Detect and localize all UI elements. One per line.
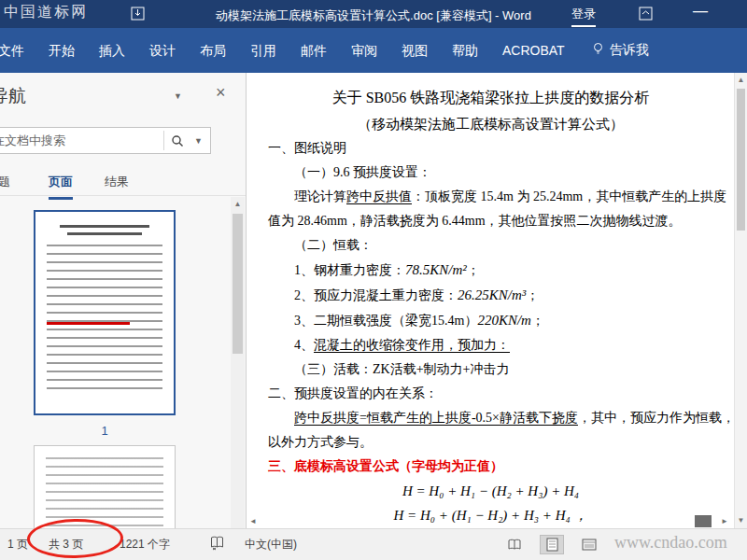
word-window: 动模架法施工底模标高设置计算公式.doc [兼容模式] - Word 登录 — … xyxy=(0,0,747,560)
page-1-thumbnail[interactable] xyxy=(34,210,176,415)
doc-title-line-1: 关于 SB056 铁路现浇箱梁张拉上拱度的数据分析 xyxy=(268,84,713,112)
scrollbar-thumb[interactable] xyxy=(695,515,712,527)
doc-math: 26.25KN/m³ xyxy=(458,287,526,302)
print-layout-icon[interactable] xyxy=(540,535,564,554)
ribbon-display-options-icon[interactable] xyxy=(639,7,653,24)
doc-section-1-1: （一）9.6 预拱度设置： xyxy=(268,161,713,185)
scroll-left-icon[interactable]: ◄ xyxy=(249,517,257,525)
tab-view[interactable]: 视图 xyxy=(389,28,440,73)
title-bar: 动模架法施工底模标高设置计算公式.doc [兼容模式] - Word 登录 — xyxy=(0,0,747,28)
tab-file[interactable]: 文件 xyxy=(0,28,36,73)
thumbnail-text-lines xyxy=(46,457,163,528)
doc-section-1: 一、图纸说明 xyxy=(268,136,713,161)
search-box: ▼ xyxy=(0,127,211,154)
nav-tab-pages[interactable]: 页面 xyxy=(49,174,73,200)
doc-underlined-text: 混凝土的收缩徐变作用，预加力： xyxy=(314,338,510,352)
doc-list-item-2: 2、预应力混凝土重力密度：26.25KN/m³； xyxy=(268,283,713,308)
doc-math: 78.5KN/m² xyxy=(405,262,467,277)
thumbnail-red-line xyxy=(47,322,130,325)
ribbon-tab-bar: 文件 开始 插入 设计 布局 引用 邮件 审阅 视图 帮助 ACROBAT 告诉… xyxy=(0,28,747,73)
chevron-down-icon[interactable]: ▼ xyxy=(174,91,182,101)
scroll-down-icon[interactable]: ▼ xyxy=(735,516,747,525)
doc-paragraph: 以外力方式参与。 xyxy=(268,430,713,455)
thumbnail-text-lines xyxy=(47,245,162,394)
doc-text: 3、二期恒载强度（梁宽15.4m） xyxy=(294,314,477,328)
tab-acrobat[interactable]: ACROBAT xyxy=(490,28,577,73)
status-bar: 1 页 共 3 页 1221 个字 中文(中国) xyxy=(0,528,747,560)
navigation-pane-title: 导航 xyxy=(0,84,26,108)
nav-tab-results[interactable]: 结果 xyxy=(105,174,129,190)
doc-list-item-4: 4、混凝土的收缩徐变作用，预加力： xyxy=(268,333,713,357)
page-2-thumbnail[interactable] xyxy=(34,445,176,528)
search-dropdown-icon[interactable]: ▼ xyxy=(190,136,210,146)
word-count[interactable]: 1221 个字 xyxy=(120,537,170,553)
read-mode-icon[interactable] xyxy=(502,535,527,554)
scroll-up-icon[interactable]: ▲ xyxy=(735,76,747,84)
login-button[interactable]: 登录 xyxy=(571,6,596,27)
doc-math: 220KN/m xyxy=(477,313,531,328)
page-indicator[interactable]: 1 页 xyxy=(7,537,28,553)
doc-text: ； xyxy=(526,288,539,302)
doc-section-1-3: （三）活载：ZK活载+制动力+冲击力 xyxy=(268,357,713,382)
navigation-pane: 导航 ▼ × ▼ 标题 页面 结果 1 xyxy=(0,73,247,528)
doc-list-item-1: 1、钢材重力密度：78.5KN/m²； xyxy=(268,258,713,283)
vertical-scrollbar[interactable]: ▲ ▼ xyxy=(734,73,747,528)
minimize-button[interactable]: — xyxy=(693,3,708,20)
doc-title-line-2: （移动模架法施工底模标高设置计算公式） xyxy=(268,112,713,136)
total-pages-indicator[interactable]: 共 3 页 xyxy=(49,537,83,553)
tell-me-box[interactable]: 告诉我 xyxy=(592,42,649,59)
search-input[interactable] xyxy=(0,133,163,147)
tab-references[interactable]: 引用 xyxy=(238,28,289,73)
tab-mailings[interactable]: 邮件 xyxy=(289,28,339,73)
doc-text: ； xyxy=(467,263,480,277)
lightbulb-icon xyxy=(592,42,604,59)
scrollbar-thumb[interactable] xyxy=(737,89,745,231)
doc-paragraph: 值为 28.46mm，静活载挠度为 6.44mm，其他位置按照二次抛物线过渡。 xyxy=(268,209,713,233)
thumbnail-title-line xyxy=(67,232,141,235)
navigation-tabs: 标题 页面 结果 xyxy=(0,166,247,196)
document-title: 动模架法施工底模标高设置计算公式.doc [兼容模式] - Word xyxy=(216,7,531,24)
doc-list-item-3: 3、二期恒载强度（梁宽15.4m）220KN/m； xyxy=(268,308,713,333)
horizontal-scrollbar[interactable]: ◄ ► xyxy=(247,514,734,528)
thumbnail-title-line xyxy=(60,225,150,228)
doc-section-3-red: 三、底模标高设置公式（字母均为正值） xyxy=(268,455,713,479)
doc-text: 4、 xyxy=(294,338,314,352)
close-icon[interactable]: × xyxy=(216,83,226,103)
doc-paragraph: 理论计算跨中反拱值：顶板宽度 15.4m 为 25.24mm，其中恒载产生的上拱… xyxy=(268,185,713,209)
doc-underlined-text: 跨中反拱值 xyxy=(346,189,412,203)
doc-paragraph: 跨中反拱度=恒载产生的上拱度-0.5×静活载下挠度，其中，预应力作为恒载， xyxy=(268,406,713,430)
doc-text: ； xyxy=(531,314,544,328)
doc-text: ：顶板宽度 15.4m 为 25.24mm，其中恒载产生的上拱度 xyxy=(412,189,726,203)
tab-layout[interactable]: 布局 xyxy=(188,28,238,73)
scroll-up-icon[interactable]: ▲ xyxy=(231,200,245,208)
language-indicator[interactable]: 中文(中国) xyxy=(245,537,297,553)
save-icon[interactable] xyxy=(131,7,145,24)
document-page: 关于 SB056 铁路现浇箱梁张拉上拱度的数据分析 （移动模架法施工底模标高设置… xyxy=(247,73,734,528)
doc-text: 理论计算 xyxy=(294,189,346,203)
tab-review[interactable]: 审阅 xyxy=(339,28,389,73)
doc-section-1-2: （二）恒载： xyxy=(268,233,713,258)
proofing-icon[interactable] xyxy=(209,536,225,553)
tab-home[interactable]: 开始 xyxy=(36,28,87,73)
doc-text: 1、钢材重力密度： xyxy=(294,263,405,277)
doc-section-2: 二、预拱度设置的内在关系： xyxy=(268,382,713,406)
web-layout-icon[interactable] xyxy=(577,535,601,554)
scrollbar-thumb[interactable] xyxy=(233,214,243,354)
tab-design[interactable]: 设计 xyxy=(137,28,188,73)
page-thumbnail-list: 1 xyxy=(0,197,232,528)
doc-underlined-text: 跨中反拱度=恒载产生的上拱度-0.5×静活载下挠度 xyxy=(294,411,578,425)
document-area[interactable]: 关于 SB056 铁路现浇箱梁张拉上拱度的数据分析 （移动模架法施工底模标高设置… xyxy=(247,73,734,528)
doc-formula-1: H = H₀ + H₁ − (H₂ + H₃) + H₄ xyxy=(268,479,713,503)
tell-me-label: 告诉我 xyxy=(610,42,649,59)
doc-text: 2、预应力混凝土重力密度： xyxy=(294,288,458,302)
doc-text: ，其中，预应力作为恒载， xyxy=(578,411,734,425)
tab-insert[interactable]: 插入 xyxy=(87,28,137,73)
tab-help[interactable]: 帮助 xyxy=(440,28,490,73)
thumbnail-scrollbar[interactable]: ▲ xyxy=(231,197,245,528)
nav-tab-headings[interactable]: 标题 xyxy=(0,174,10,190)
scroll-right-icon[interactable]: ► xyxy=(721,517,728,525)
page-1-number: 1 xyxy=(34,424,176,438)
search-icon[interactable] xyxy=(164,134,190,147)
